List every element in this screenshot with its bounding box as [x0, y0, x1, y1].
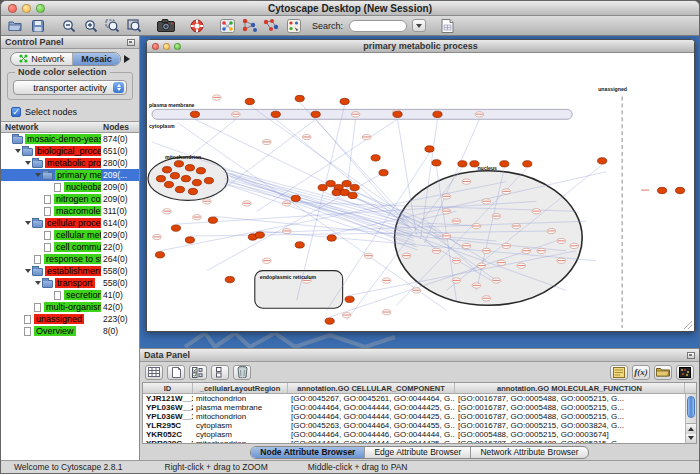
import-attributes-folder-icon[interactable]	[654, 365, 672, 380]
attribute-table-header[interactable]: ID_cellularLayoutRegionannotation.GO CEL…	[143, 383, 696, 394]
network-frame-titlebar[interactable]: primary metabolic process	[147, 40, 694, 53]
network-graph[interactable]: plasma membranecytoplasmmitochondrionnuc…	[147, 53, 694, 331]
tab-overflow-arrow-icon[interactable]	[124, 55, 130, 63]
disclosure-triangle-icon[interactable]	[24, 267, 32, 275]
select-nodes-checkbox[interactable]: ✓	[11, 107, 21, 117]
edge	[188, 119, 236, 158]
tree-indent	[4, 135, 12, 143]
select-attributes-icon[interactable]	[145, 365, 163, 380]
tree-row[interactable]: primary metabo209(...	[1, 169, 139, 181]
tree-row-count: 8(0)	[103, 326, 118, 336]
column-header[interactable]: annotation.GO CELLULAR_COMPONENT	[288, 383, 455, 393]
attribute-table-body[interactable]: YJR121W__1mitochondrion[GO:0045267, GO:0…	[143, 394, 696, 444]
disclosure-triangle-icon[interactable]	[34, 171, 42, 179]
attribute-cells-icon[interactable]	[211, 365, 229, 380]
layout-network-icon[interactable]	[240, 17, 259, 34]
tree-row[interactable]: mosaic-demo-yeast874(0)	[1, 133, 139, 145]
tree-row[interactable]: cellular metabo209(0)	[1, 229, 139, 241]
matrix-view-icon[interactable]	[676, 365, 694, 380]
help-lifering-icon[interactable]	[187, 17, 206, 34]
notes-icon[interactable]	[610, 365, 628, 380]
layout-network-alt-icon[interactable]	[262, 17, 281, 34]
column-header[interactable]: _cellularLayoutRegion	[193, 383, 288, 393]
table-row[interactable]: YPL036W__2plasma membrane[GO:0044464, GO…	[143, 403, 696, 412]
tree-row[interactable]: secretion41(0)	[1, 289, 139, 301]
gene-node-label	[453, 280, 460, 281]
float-data-panel-icon[interactable]	[687, 352, 695, 359]
tab-network[interactable]: Network	[11, 53, 73, 65]
tree-row[interactable]: macromolecule311(0)	[1, 205, 139, 217]
tree-row[interactable]: unassigned223(0)	[1, 313, 139, 325]
table-row[interactable]: YDR039C__1mitochondrion[GO:0044464, GO:0…	[143, 439, 696, 444]
import-annotation-icon[interactable]	[438, 17, 457, 34]
tree-row[interactable]: response to stimulu264(0)	[1, 253, 139, 265]
function-builder-icon[interactable]: f(x)	[632, 365, 650, 380]
tab-mosaic[interactable]: Mosaic	[73, 53, 120, 65]
minimize-window-icon[interactable]	[22, 4, 31, 13]
zoom-out-icon[interactable]	[59, 17, 78, 34]
network-overview-icon[interactable]	[218, 17, 237, 34]
table-row[interactable]: YKR052Ccytoplasm[GO:0044464, GO:0044446,…	[143, 430, 696, 439]
frame-close-icon[interactable]	[152, 43, 159, 50]
zoom-window-icon[interactable]	[36, 4, 45, 13]
selected-gene-node	[325, 318, 334, 324]
tree-row[interactable]: establishment of lo558(0)	[1, 265, 139, 277]
open-session-icon[interactable]	[6, 17, 25, 34]
column-header[interactable]: ID	[143, 383, 193, 393]
tree-row[interactable]: Overview8(0)	[1, 325, 139, 337]
tab-edge-attribute-browser[interactable]: Edge Attribute Browser	[365, 447, 471, 458]
create-attribute-icon[interactable]	[167, 365, 185, 380]
search-label: Search:	[312, 21, 343, 31]
disclosure-triangle-icon[interactable]	[24, 159, 32, 167]
zoom-fit-icon[interactable]	[125, 17, 144, 34]
tree-row[interactable]: nitrogen compo209(0)	[1, 193, 139, 205]
attribute-checklist-icon[interactable]	[189, 365, 207, 380]
cytoscape-window: Cytoscape Desktop (New Session)	[0, 0, 700, 474]
network-tree[interactable]: mosaic-demo-yeast874(0)biological_proces…	[1, 133, 139, 460]
search-dropdown-icon[interactable]	[412, 19, 426, 32]
selected-gene-node	[657, 187, 666, 193]
table-row[interactable]: YJR121W__1mitochondrion[GO:0045267, GO:0…	[143, 394, 696, 403]
search-input[interactable]	[349, 20, 407, 32]
vizmapper-icon[interactable]	[284, 17, 303, 34]
tree-row[interactable]: nucleobase-209(0)	[1, 181, 139, 193]
disclosure-triangle-icon[interactable]	[24, 219, 32, 227]
column-nodes[interactable]: Nodes	[103, 122, 129, 132]
window-titlebar[interactable]: Cytoscape Desktop (New Session)	[1, 1, 699, 16]
tree-row[interactable]: biological_process651(0)	[1, 145, 139, 157]
scrollbar-thumb[interactable]	[687, 396, 695, 418]
disclosure-triangle-icon[interactable]	[14, 147, 22, 155]
tab-node-attribute-browser[interactable]: Node Attribute Browser	[251, 447, 365, 458]
delete-attribute-trash-icon[interactable]	[233, 365, 251, 380]
table-scrollbar[interactable]	[685, 394, 696, 443]
tree-column-headers[interactable]: Network Nodes	[1, 121, 139, 133]
disclosure-triangle-icon[interactable]	[34, 279, 42, 287]
frame-minimize-icon[interactable]	[163, 43, 170, 50]
column-network[interactable]: Network	[1, 122, 39, 132]
close-window-icon[interactable]	[8, 4, 17, 13]
frame-zoom-icon[interactable]	[174, 43, 181, 50]
tree-indent	[24, 255, 32, 263]
network-canvas[interactable]: plasma membranecytoplasmmitochondrionnuc…	[147, 53, 694, 331]
zoom-in-icon[interactable]	[81, 17, 100, 34]
table-row[interactable]: YLR295Ccytoplasm[GO:0045263, GO:0044464,…	[143, 421, 696, 430]
tree-row[interactable]: multi-organism pro42(0)	[1, 301, 139, 313]
zoom-selected-region-icon[interactable]	[103, 17, 122, 34]
data-panel-toolbar: f(x)	[140, 362, 699, 382]
save-session-icon[interactable]	[28, 17, 47, 34]
tree-indent	[24, 303, 32, 311]
float-panel-icon[interactable]	[127, 39, 135, 46]
tree-row[interactable]: transport558(0)	[1, 277, 139, 289]
tab-network-attribute-browser[interactable]: Network Attribute Browser	[471, 447, 587, 458]
tree-row[interactable]: cell communicat22(0)	[1, 241, 139, 253]
table-row[interactable]: YPL036W__1mitochondrion[GO:0044464, GO:0…	[143, 412, 696, 421]
snapshot-camera-icon[interactable]	[156, 17, 175, 34]
tree-row[interactable]: metabolic process280(0)	[1, 157, 139, 169]
scroll-up-icon[interactable]	[686, 424, 696, 434]
network-view-frame[interactable]: primary metabolic process plasma membran…	[146, 39, 695, 332]
node-color-dropdown[interactable]: transporter activity	[13, 80, 127, 95]
column-header[interactable]: annotation.GO MOLECULAR_FUNCTION	[455, 383, 685, 393]
scroll-down-icon[interactable]	[686, 434, 696, 444]
tree-row[interactable]: cellular process614(0)	[1, 217, 139, 229]
attribute-table[interactable]: ID_cellularLayoutRegionannotation.GO CEL…	[142, 382, 697, 444]
